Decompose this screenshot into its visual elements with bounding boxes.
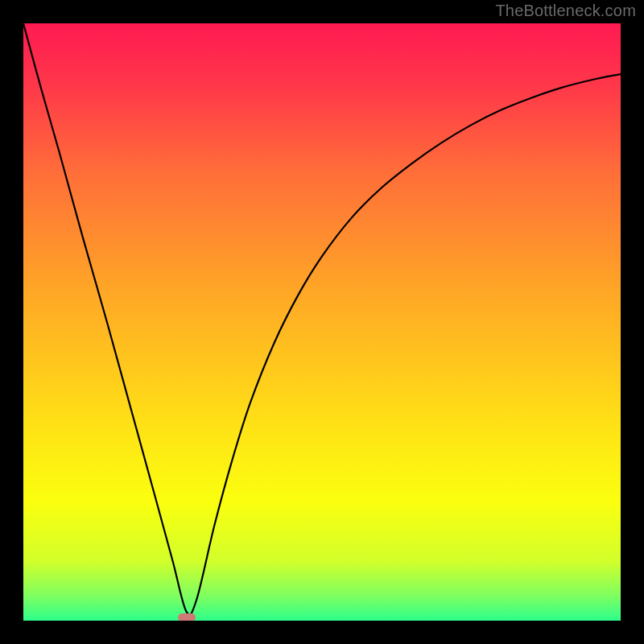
background-gradient [23, 23, 621, 621]
plot-svg [23, 23, 621, 621]
watermark: TheBottleneck.com [495, 2, 636, 20]
current-point-marker [178, 613, 196, 621]
plot-area [23, 23, 621, 621]
chart-frame: TheBottleneck.com [0, 0, 644, 644]
